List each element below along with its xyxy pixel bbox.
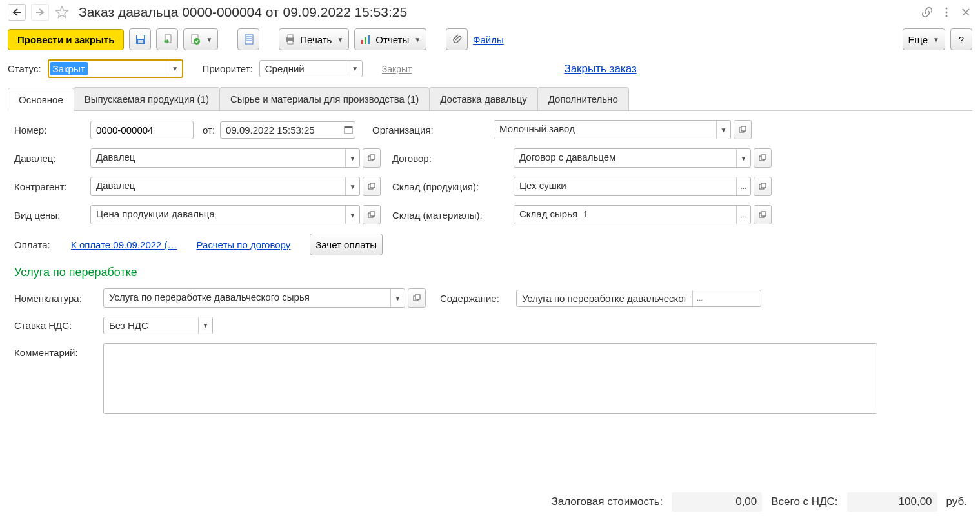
calendar-icon[interactable] — [341, 122, 355, 138]
svg-point-2 — [946, 8, 948, 10]
help-button[interactable]: ? — [950, 28, 972, 50]
close-order-link[interactable]: Закрыть заказ — [564, 63, 636, 75]
warehouse-prod-select[interactable]: Цех сушки … — [514, 177, 751, 196]
vat-select[interactable]: Без НДС ▼ — [103, 317, 213, 334]
tab-delivery[interactable]: Доставка давальцу — [429, 87, 537, 110]
svg-rect-7 — [138, 40, 143, 43]
davalec-label: Давалец: — [14, 153, 85, 164]
link-icon[interactable] — [921, 6, 934, 19]
payment-link-settlements[interactable]: Расчеты по договору — [197, 239, 291, 250]
chevron-down-icon[interactable]: ▼ — [390, 289, 405, 307]
priority-label: Приоритет: — [203, 63, 253, 74]
svg-point-3 — [946, 12, 948, 14]
date-value: 09.09.2022 15:53:25 — [221, 122, 320, 138]
open-icon[interactable] — [754, 177, 772, 196]
attach-button[interactable] — [446, 28, 468, 50]
org-select[interactable]: Молочный завод ▼ — [494, 120, 731, 139]
reports-button[interactable]: Отчеты ▼ — [354, 28, 426, 50]
nomenclature-label: Номенклатура: — [14, 293, 98, 304]
svg-rect-19 — [365, 37, 366, 44]
counterparty-value: Давалец — [91, 177, 140, 195]
svg-rect-11 — [245, 35, 253, 44]
status-select[interactable]: Закрыт ▼ — [48, 59, 183, 78]
open-icon[interactable] — [734, 120, 752, 139]
chevron-down-icon: ▼ — [414, 36, 421, 43]
payment-link-due[interactable]: К оплате 09.09.2022 (… — [71, 239, 177, 250]
priority-select[interactable]: Средний ▼ — [259, 60, 363, 77]
chevron-down-icon[interactable]: ▼ — [345, 149, 359, 167]
status-value: Закрыт — [50, 62, 88, 75]
open-icon[interactable] — [363, 205, 381, 224]
warehouse-mat-value: Склад сырья_1 — [514, 206, 594, 224]
warehouse-prod-label: Склад (продукция): — [392, 181, 508, 192]
print-button[interactable]: Печать ▼ — [279, 28, 349, 50]
svg-rect-17 — [288, 41, 293, 44]
chevron-down-icon: ▼ — [206, 36, 212, 43]
tab-additional[interactable]: Дополнительно — [537, 87, 629, 110]
chevron-down-icon[interactable]: ▼ — [345, 206, 359, 224]
service-section-title: Услуга по переработке — [14, 266, 966, 279]
open-icon[interactable] — [754, 205, 772, 224]
nomenclature-value: Услуга по переработке давальческого сырь… — [104, 289, 315, 307]
list-button[interactable] — [237, 28, 259, 50]
price-type-select[interactable]: Цена продукции давальца ▼ — [90, 205, 360, 224]
svg-rect-34 — [370, 212, 375, 216]
document-sync-icon — [189, 34, 201, 45]
svg-rect-28 — [761, 155, 766, 159]
comment-textarea[interactable] — [103, 343, 877, 414]
counterparty-select[interactable]: Давалец ▼ — [90, 177, 360, 196]
document-action-button[interactable]: ▼ — [183, 28, 218, 50]
ellipsis-icon[interactable]: … — [692, 290, 706, 306]
content-field[interactable]: Услуга по переработке давальческог … — [516, 290, 761, 307]
counterparty-label: Контрагент: — [14, 181, 85, 192]
priority-value: Средний — [260, 61, 310, 77]
closed-hint[interactable]: Закрыт — [382, 64, 412, 74]
svg-point-10 — [194, 38, 200, 45]
chevron-down-icon[interactable]: ▼ — [736, 149, 750, 167]
paperclip-icon — [452, 34, 462, 45]
vat-value: Без НДС — [104, 317, 154, 334]
favorite-icon[interactable] — [54, 5, 70, 20]
menu-dots-icon[interactable] — [940, 6, 953, 19]
warehouse-mat-label: Склад (материалы): — [392, 210, 508, 221]
chevron-down-icon[interactable]: ▼ — [716, 121, 730, 139]
floppy-icon — [135, 34, 145, 45]
close-icon[interactable] — [959, 6, 972, 19]
printer-icon — [285, 34, 296, 45]
chevron-down-icon[interactable]: ▼ — [348, 61, 362, 77]
tab-products[interactable]: Выпускаемая продукция (1) — [74, 87, 220, 110]
open-icon[interactable] — [754, 148, 772, 168]
chevron-down-icon[interactable]: ▼ — [198, 317, 212, 334]
contract-select[interactable]: Договор с давальцем ▼ — [514, 148, 751, 168]
tab-main[interactable]: Основное — [8, 88, 74, 111]
offset-payment-button[interactable]: Зачет оплаты — [310, 234, 383, 255]
chevron-down-icon: ▼ — [933, 36, 939, 43]
svg-rect-32 — [761, 183, 766, 188]
open-icon[interactable] — [408, 288, 426, 308]
forward-button[interactable] — [31, 4, 49, 21]
davalec-select[interactable]: Давалец ▼ — [90, 148, 360, 168]
post-and-close-button[interactable]: Провести и закрыть — [8, 29, 124, 50]
tab-materials[interactable]: Сырье и материалы для производства (1) — [219, 87, 430, 110]
date-field[interactable]: 09.09.2022 15:53:25 — [220, 121, 355, 139]
open-icon[interactable] — [363, 177, 381, 196]
save-button[interactable] — [129, 28, 151, 50]
contract-value: Договор с давальцем — [514, 149, 621, 167]
ellipsis-icon[interactable]: … — [736, 206, 750, 224]
svg-rect-30 — [370, 183, 375, 188]
nomenclature-select[interactable]: Услуга по переработке давальческого сырь… — [103, 288, 405, 308]
open-icon[interactable] — [363, 148, 381, 168]
files-link[interactable]: Файлы — [473, 34, 504, 45]
more-button[interactable]: Еще ▼ — [903, 28, 945, 50]
warehouse-mat-select[interactable]: Склад сырья_1 … — [514, 205, 751, 224]
ellipsis-icon[interactable]: … — [736, 177, 750, 195]
svg-rect-20 — [368, 35, 370, 44]
chevron-down-icon[interactable]: ▼ — [168, 61, 182, 77]
back-button[interactable] — [8, 4, 26, 21]
list-icon — [243, 34, 254, 45]
content-label: Содержание: — [440, 293, 511, 304]
chevron-down-icon[interactable]: ▼ — [345, 177, 359, 195]
svg-rect-18 — [361, 40, 363, 44]
number-field[interactable] — [90, 121, 194, 139]
post-button[interactable] — [156, 28, 178, 50]
